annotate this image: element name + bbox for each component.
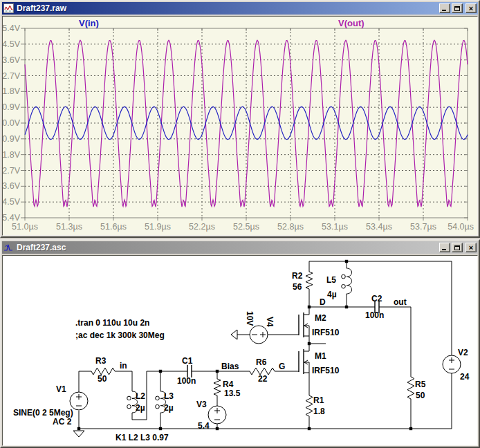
label-components-V2-ref[interactable]: V2 — [458, 348, 468, 357]
label-components-R2-ref[interactable]: R2 — [292, 271, 303, 281]
junction-dot — [308, 306, 311, 308]
label-nodes-in[interactable]: in — [120, 361, 127, 371]
label-components-C2-ref[interactable]: C2 — [371, 294, 382, 304]
label-components-M2-ref[interactable]: M2 — [315, 313, 326, 323]
component-M1[interactable] — [299, 349, 309, 374]
y-tick-label: -5.4V — [3, 213, 21, 223]
label-components-V3-values-0[interactable]: 5.4 — [198, 421, 210, 431]
label-nodes-bias[interactable]: Bias — [221, 362, 239, 371]
label-components-R2-values-0[interactable]: 56 — [293, 282, 302, 292]
junction-dot — [345, 260, 348, 263]
junction-dot — [216, 427, 219, 430]
wire[interactable] — [79, 371, 91, 392]
label-components-R3-values-0[interactable]: 50 — [98, 374, 107, 384]
junction-dot — [345, 306, 348, 308]
x-tick-label: 52.8µs — [277, 222, 304, 232]
label-components-R6-ref[interactable]: R6 — [256, 357, 267, 367]
component-R4[interactable] — [214, 379, 221, 395]
label-directives-0[interactable]: .tran 0 110u 10u 2n — [75, 318, 149, 328]
plot-maximize-button[interactable] — [452, 3, 463, 13]
label-components-C1-ref[interactable]: C1 — [182, 356, 193, 366]
label-components-R1-values-0[interactable]: 1.8 — [313, 407, 325, 416]
junction-dot — [159, 370, 162, 373]
x-tick-label: 52.5µs — [233, 222, 259, 232]
label-components-C2-values-0[interactable]: 100n — [365, 310, 384, 320]
junction-dot — [159, 427, 162, 430]
schematic-window: Draft237.asc × .tran 0 110u 10u 2n;ac de… — [0, 239, 480, 448]
label-components-M1-values-0[interactable]: IRF510 — [312, 366, 340, 375]
y-tick-label: 5.4V — [3, 24, 21, 33]
label-components-R5-values-0[interactable]: 50 — [416, 391, 425, 400]
label-components-M1-ref[interactable]: M1 — [315, 351, 326, 361]
schematic-file-icon — [3, 243, 14, 252]
label-components-V1-values-1[interactable]: AC 2 — [53, 417, 72, 427]
y-tick-label: 2.7V — [3, 71, 21, 81]
label-nodes-d[interactable]: D — [320, 297, 326, 307]
label-components-L2-ref[interactable]: L2 — [136, 391, 145, 401]
plot-window-title: Draft237.raw — [17, 3, 438, 13]
schematic-close-button[interactable]: × — [465, 243, 477, 252]
label-components-V1-values-0[interactable]: SINE(0 2 5Meg) — [13, 408, 73, 418]
legend-vout[interactable]: V(out) — [338, 18, 364, 28]
schematic-pane[interactable]: .tran 0 110u 10u 2n;ac dec 1k 300k 30Meg… — [2, 255, 478, 446]
label-components-V2-values-0[interactable]: 24 — [460, 372, 470, 382]
label-components-L5-ref[interactable]: L5 — [326, 275, 336, 285]
component-L5[interactable] — [342, 266, 352, 296]
plot-titlebar[interactable]: Draft237.raw × — [2, 2, 478, 15]
component-V2[interactable] — [443, 355, 461, 373]
component-R5[interactable] — [407, 377, 414, 399]
junction-dot — [409, 427, 412, 430]
label-components-R1-ref[interactable]: R1 — [313, 395, 324, 405]
ground-symbol — [73, 431, 84, 437]
label-directives-1[interactable]: ;ac dec 1k 300k 30Meg — [75, 330, 165, 340]
y-tick-label: -1.8V — [3, 150, 21, 160]
schematic-window-title: Draft237.asc — [17, 243, 438, 252]
component-R1[interactable] — [306, 395, 313, 416]
x-tick-label: 53.1µs — [322, 222, 348, 232]
label-components-M2-values-0[interactable]: IRF510 — [312, 328, 340, 337]
waveform-file-icon — [3, 3, 14, 13]
label-nodes-out[interactable]: out — [394, 297, 407, 307]
component-V3[interactable] — [208, 406, 226, 424]
x-tick-label: 53.4µs — [366, 222, 392, 232]
label-nodes-g[interactable]: G — [279, 362, 285, 371]
label-coupling[interactable]: K1 L2 L3 0.97 — [116, 433, 169, 442]
y-tick-label: 1.8V — [3, 86, 21, 96]
label-components-R4-ref[interactable]: R4 — [223, 380, 234, 389]
label-components-V1-ref[interactable]: V1 — [56, 384, 66, 394]
label-components-R3-ref[interactable]: R3 — [95, 356, 107, 366]
junction-dot — [77, 427, 80, 430]
label-components-L3-ref[interactable]: L3 — [164, 391, 174, 401]
x-tick-label: 51.9µs — [145, 222, 171, 232]
wire[interactable] — [115, 371, 132, 389]
legend-vin[interactable]: V(in) — [79, 18, 99, 28]
waveform-pane[interactable]: 51.0µs51.3µs51.6µs51.9µs52.2µs52.5µs52.8… — [2, 16, 478, 236]
y-tick-label: 4.5V — [3, 39, 21, 49]
schematic-maximize-button[interactable] — [452, 243, 463, 252]
component-R2[interactable] — [306, 272, 313, 289]
label-components-L2-values-0[interactable]: 2µ — [136, 403, 145, 413]
x-tick-label: 52.2µs — [189, 222, 215, 232]
label-components-R5-ref[interactable]: R5 — [415, 380, 426, 389]
component-M2[interactable] — [299, 312, 309, 337]
schematic-minimize-button[interactable] — [439, 243, 450, 252]
x-tick-label: 51.0µs — [12, 222, 38, 232]
plot-minimize-button[interactable] — [439, 3, 450, 13]
y-tick-label: 3.6V — [3, 55, 21, 65]
x-tick-label: 53.7µs — [410, 222, 436, 232]
component-V4[interactable] — [250, 326, 268, 344]
label-components-L5-values-0[interactable]: 4µ — [327, 290, 337, 299]
y-tick-label: -0.9V — [3, 134, 21, 144]
label-components-R4-values-0[interactable]: 13.5 — [224, 389, 241, 398]
label-components-V3-ref[interactable]: V3 — [196, 400, 207, 409]
x-tick-label: 54.0µs — [447, 222, 474, 232]
junction-dot — [308, 427, 311, 430]
label-components-L3-values-0[interactable]: 2µ — [164, 403, 174, 413]
junction-dot — [216, 370, 219, 373]
label-components-V4-values-0[interactable]: 10V — [245, 311, 255, 326]
plot-close-button[interactable]: × — [465, 3, 477, 13]
label-components-C1-values-0[interactable]: 100n — [177, 376, 196, 386]
label-components-R6-values-0[interactable]: 22 — [258, 374, 268, 384]
schematic-titlebar[interactable]: Draft237.asc × — [2, 241, 478, 254]
label-components-V4-ref[interactable]: V4 — [265, 317, 275, 327]
